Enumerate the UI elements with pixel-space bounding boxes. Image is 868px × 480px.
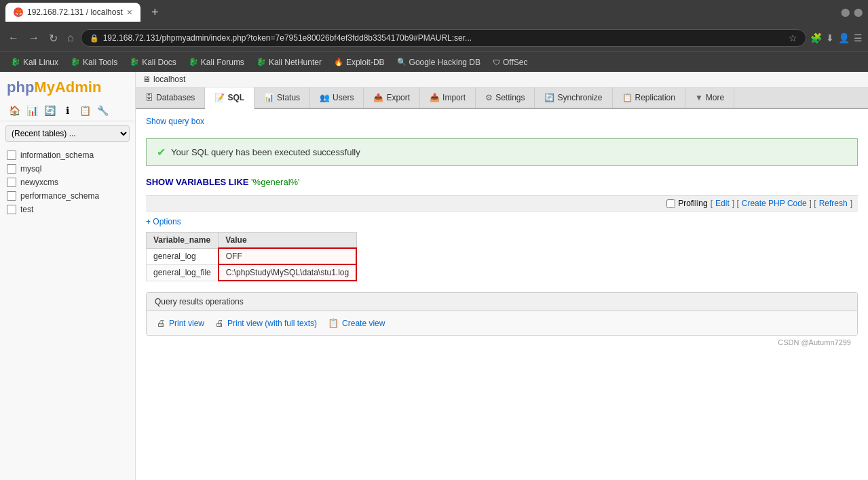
download-icon[interactable]: ⬇ xyxy=(826,33,834,43)
tab-settings-label: Settings xyxy=(495,93,525,102)
tab-export[interactable]: 📤 Export xyxy=(364,87,420,108)
sidebar-home-icon[interactable]: 🏠 xyxy=(7,103,22,118)
sidebar: phpMyAdmin 🏠 📊 🔄 ℹ 📋 🔧 (Recent tables) .… xyxy=(0,72,136,480)
create-view-link[interactable]: 📋 Create view xyxy=(328,318,385,328)
tab-favicon: 🦊 xyxy=(14,7,23,17)
bookmark-kali-nethunter[interactable]: 🐉 Kali NetHunter xyxy=(251,56,327,69)
bookmark-kali-forums[interactable]: 🐉 Kali Forums xyxy=(183,56,250,69)
query-keyword-variables: VARIABLES xyxy=(176,177,226,187)
menu-icon[interactable]: ☰ xyxy=(854,33,863,43)
export-tab-icon: 📤 xyxy=(373,93,383,102)
create-php-code-link[interactable]: Create PHP Code xyxy=(742,199,807,208)
active-tab[interactable]: 🦊 192.168.72.131 / localhost × xyxy=(5,3,140,22)
account-icon[interactable]: 👤 xyxy=(838,33,850,43)
tab-synchronize[interactable]: 🔄 Synchronize xyxy=(535,87,612,108)
create-view-label: Create view xyxy=(342,319,385,328)
browser-chrome: 🦊 192.168.72.131 / localhost × + ⬤ ⬤ ← →… xyxy=(0,0,868,72)
breadcrumb-server[interactable]: localhost xyxy=(153,75,185,84)
kali-linux-icon: 🐉 xyxy=(11,58,20,66)
bookmark-kali-linux[interactable]: 🐉 Kali Linux xyxy=(5,56,64,69)
bookmark-star-icon[interactable]: ☆ xyxy=(789,33,797,43)
refresh-link[interactable]: Refresh xyxy=(819,199,848,208)
tab-sql[interactable]: 📝 SQL xyxy=(205,87,254,109)
cell-value-general-log-file: C:\phpStudy\MySQL\data\stu1.log xyxy=(219,264,356,281)
sidebar-settings-icon[interactable]: 🔧 xyxy=(95,103,110,118)
sql-tab-icon: 📝 xyxy=(214,93,225,102)
profiling-area: Profiling [ Edit ] [ Create PHP Code ] [… xyxy=(666,199,852,208)
sidebar-item-information-schema[interactable]: information_schema xyxy=(0,148,135,162)
address-bar[interactable]: 🔒 192.168.72.131/phpmyadmin/index.php?to… xyxy=(81,29,806,47)
tab-status[interactable]: 📊 Status xyxy=(254,87,310,108)
edit-link[interactable]: Edit xyxy=(715,199,730,208)
window-control-minimize[interactable]: ⬤ xyxy=(841,7,850,17)
print-view-full-link[interactable]: 🖨 Print view (with full texts) xyxy=(215,318,317,328)
tab-close-button[interactable]: × xyxy=(127,7,132,18)
tab-settings[interactable]: ⚙ Settings xyxy=(476,87,535,108)
bookmark-kali-tools[interactable]: 🐉 Kali Tools xyxy=(65,56,123,69)
profiling-checkbox[interactable] xyxy=(666,199,675,208)
bookmark-kali-docs[interactable]: 🐉 Kali Docs xyxy=(124,56,182,69)
synchronize-tab-icon: 🔄 xyxy=(544,93,554,102)
window-controls: ⬤ ⬤ xyxy=(841,7,863,17)
tab-sql-label: SQL xyxy=(227,93,244,102)
table-row: general_log OFF xyxy=(147,248,357,264)
show-query-box-link[interactable]: Show query box xyxy=(146,117,204,126)
sidebar-item-newyxcms[interactable]: newyxcms xyxy=(0,176,135,189)
tab-replication[interactable]: 📋 Replication xyxy=(613,87,685,108)
lock-icon: 🔒 xyxy=(90,34,99,43)
database-list: information_schema mysql newyxcms perfor… xyxy=(0,146,135,480)
tab-replication-label: Replication xyxy=(635,93,675,102)
tab-databases[interactable]: 🗄 Databases xyxy=(136,87,205,108)
main-content: 🖥 localhost 🗄 Databases 📝 SQL 📊 Status 👥… xyxy=(136,72,868,480)
column-header-variable-name: Variable_name xyxy=(147,233,219,249)
bookmarks-bar: 🐉 Kali Linux 🐉 Kali Tools 🐉 Kali Docs 🐉 … xyxy=(0,52,868,72)
more-tab-icon: ▼ xyxy=(695,93,703,102)
query-keyword-show: SHOW xyxy=(146,177,173,187)
server-icon: 🖥 xyxy=(143,75,151,84)
logo-my-text: My xyxy=(34,79,55,96)
status-tab-icon: 📊 xyxy=(264,93,274,102)
query-display: SHOW VARIABLES LIKE '%general%' xyxy=(146,172,858,193)
sidebar-item-mysql[interactable]: mysql xyxy=(0,162,135,176)
tab-more[interactable]: ▼ More xyxy=(685,87,734,108)
sidebar-item-test[interactable]: test xyxy=(0,203,135,216)
query-keyword-like: LIKE xyxy=(229,177,249,187)
window-control-restore[interactable]: ⬤ xyxy=(854,7,863,17)
forward-button[interactable]: → xyxy=(26,31,42,45)
sidebar-item-performance-schema[interactable]: performance_schema xyxy=(0,189,135,203)
bookmark-google-hacking[interactable]: 🔍 Google Hacking DB xyxy=(392,56,486,69)
db-icon xyxy=(7,178,16,187)
recent-tables-select[interactable]: (Recent tables) ... xyxy=(5,125,130,142)
bookmark-exploit-db[interactable]: 🔥 Exploit-DB xyxy=(328,56,390,69)
profiling-label: Profiling xyxy=(678,199,707,208)
tab-import-label: Import xyxy=(442,93,466,102)
extensions-icon[interactable]: 🧩 xyxy=(810,33,822,43)
nav-right-controls: 🧩 ⬇ 👤 ☰ xyxy=(810,33,863,43)
sidebar-copy-icon[interactable]: 📋 xyxy=(77,103,92,118)
sidebar-refresh-icon[interactable]: 🔄 xyxy=(42,103,57,118)
new-tab-button[interactable]: + xyxy=(146,3,164,22)
refresh-button[interactable]: ↻ xyxy=(46,31,60,46)
databases-tab-icon: 🗄 xyxy=(145,93,153,102)
logo-php-text: php xyxy=(7,79,34,96)
options-toggle[interactable]: + Options xyxy=(146,217,858,226)
cell-variable-general-log-file: general_log_file xyxy=(147,264,219,281)
tab-import[interactable]: 📥 Import xyxy=(420,87,476,108)
column-header-value: Value xyxy=(219,233,356,249)
app-container: phpMyAdmin 🏠 📊 🔄 ℹ 📋 🔧 (Recent tables) .… xyxy=(0,72,868,480)
home-button[interactable]: ⌂ xyxy=(64,31,77,45)
db-icon xyxy=(7,151,16,160)
sidebar-logo: phpMyAdmin xyxy=(0,72,135,100)
sidebar-info-icon[interactable]: ℹ xyxy=(60,103,75,118)
bookmark-offsec[interactable]: 🛡 OffSec xyxy=(487,56,533,69)
tab-users-label: Users xyxy=(333,93,354,102)
print-view-label: Print view xyxy=(169,319,204,328)
sidebar-chart-icon[interactable]: 📊 xyxy=(24,103,39,118)
query-string-value: '%general%' xyxy=(251,177,299,187)
tab-title: 192.168.72.131 / localhost xyxy=(27,7,123,17)
tab-users[interactable]: 👥 Users xyxy=(310,87,364,108)
tab-synchronize-label: Synchronize xyxy=(557,93,602,102)
query-results-body: 🖨 Print view 🖨 Print view (with full tex… xyxy=(147,311,857,335)
print-view-link[interactable]: 🖨 Print view xyxy=(157,318,204,328)
back-button[interactable]: ← xyxy=(5,31,22,45)
